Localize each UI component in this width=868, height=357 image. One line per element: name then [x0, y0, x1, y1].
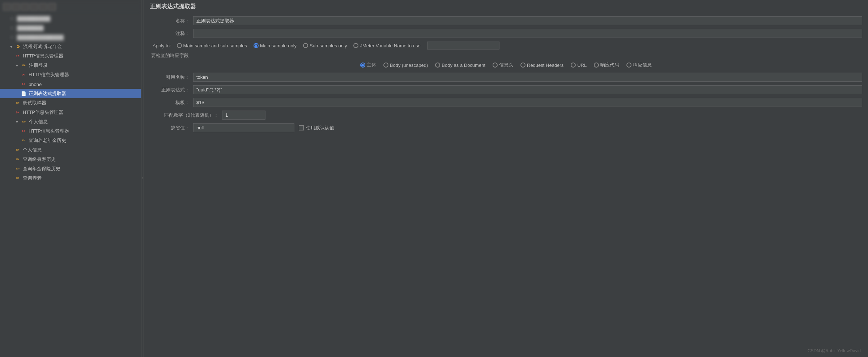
response-message[interactable]: 响应信息 — [626, 62, 652, 68]
template-label: 模板： — [150, 99, 193, 106]
apply-to-sub-only[interactable]: Sub-samples only — [303, 43, 347, 48]
sidebar-item-label-regex: 正则表达式提取器 — [29, 90, 66, 97]
panel-title: 正则表达式提取器 — [150, 3, 862, 12]
response-field-radio-row: 主体 Body (unescaped) Body as a Document 信… — [150, 62, 862, 68]
blurred-header: ▪ ██████████ ▪ ████████ ▪ ██████████████ — [0, 14, 141, 42]
sidebar-item-regex-extractor[interactable]: 📄 正则表达式提取器 — [0, 89, 141, 98]
sidebar-item-http-header-1[interactable]: ✂ HTTP信息头管理器 — [0, 51, 141, 61]
comment-input[interactable] — [193, 29, 862, 38]
ref-name-input[interactable] — [193, 73, 862, 82]
match-no-input[interactable] — [222, 111, 265, 120]
response-url-label: URL — [577, 63, 587, 68]
response-code[interactable]: 响应代码 — [594, 62, 619, 68]
response-body[interactable]: 主体 — [360, 62, 376, 68]
main-panel: 正则表达式提取器 名称： 注释： Apply to: Main sample a… — [144, 0, 868, 357]
name-input[interactable] — [193, 16, 862, 25]
response-body-unescaped[interactable]: Body (unescaped) — [383, 63, 428, 68]
use-default-option[interactable]: 使用默认认值 — [299, 125, 334, 131]
radio-response-message — [626, 63, 631, 68]
sidebar-item-personal-info[interactable]: ▼ ✏ 个人信息 — [0, 117, 141, 126]
resize-handle[interactable]: ⋮ — [141, 0, 144, 357]
use-default-checkbox[interactable] — [299, 125, 304, 130]
top-toolbar — [0, 1, 141, 12]
radio-info-header — [493, 63, 498, 68]
sidebar-item-lifetime[interactable]: ✏ 查询终身寿历史 — [0, 155, 141, 164]
sidebar: ▪ ██████████ ▪ ████████ ▪ ██████████████… — [0, 0, 141, 357]
sidebar-item-query-pension[interactable]: ✏ 查询养老年金历史 — [0, 136, 141, 145]
sidebar-item-root[interactable]: ▼ ⚙ 流程测试-养老年金 — [0, 42, 141, 51]
pen-icon-debug: ✏ — [14, 100, 21, 106]
scissors-icon-1: ✂ — [14, 53, 21, 59]
response-code-label: 响应代码 — [600, 62, 619, 68]
sidebar-item-debug-sampler[interactable]: ✏ 调试取样器 — [0, 98, 141, 108]
sidebar-item-label-register-login: 注册登录 — [29, 62, 48, 69]
jmeter-var-input[interactable] — [427, 42, 499, 50]
apply-to-main-only[interactable]: Main sample only — [254, 43, 297, 48]
apply-to-main-sub-label: Main sample and sub-samples — [183, 43, 247, 48]
sidebar-item-http-header-2[interactable]: ✂ HTTP信息头管理器 — [0, 70, 141, 79]
response-message-label: 响应信息 — [633, 62, 652, 68]
apply-to-radio-group: Main sample and sub-samples Main sample … — [177, 42, 499, 50]
tree-toggle-personal[interactable]: ▼ — [14, 119, 20, 124]
apply-to-row: Apply to: Main sample and sub-samples Ma… — [150, 42, 862, 50]
sidebar-item-label-insurance: 查询年金保险历史 — [23, 165, 60, 172]
pen-icon-register: ✏ — [21, 62, 27, 69]
sidebar-item-personal-info-2[interactable]: ✏ 个人信息 — [0, 145, 141, 155]
sidebar-item-register-login[interactable]: ▼ ✏ 注册登录 — [0, 61, 141, 70]
default-row: 缺省值： 使用默认认值 — [150, 123, 862, 132]
sidebar-item-label-personal-info: 个人信息 — [29, 119, 48, 125]
apply-to-main-sub[interactable]: Main sample and sub-samples — [177, 43, 247, 48]
response-request-headers[interactable]: Request Headers — [520, 63, 563, 68]
response-body-label: 主体 — [367, 62, 376, 68]
radio-main-only — [254, 43, 259, 48]
radio-sub-only — [303, 43, 308, 48]
response-header-label: 信息头 — [499, 62, 513, 68]
pen-icon-personal: ✏ — [21, 119, 27, 125]
sidebar-item-label-http-header-2: HTTP信息头管理器 — [29, 72, 69, 78]
sidebar-item-label-http-header-1: HTTP信息头管理器 — [23, 53, 63, 59]
comment-label: 注释： — [150, 30, 193, 37]
default-input[interactable] — [193, 123, 294, 132]
response-request-headers-label: Request Headers — [527, 63, 563, 68]
radio-jmeter-var — [353, 43, 358, 48]
name-label: 名称： — [150, 18, 193, 24]
sidebar-item-label-personal-info-2: 个人信息 — [23, 147, 42, 153]
radio-body-doc — [435, 63, 440, 68]
watermark: CSDN @Rabir-YellowDavid — [808, 348, 861, 353]
sidebar-item-pension-insurance[interactable]: ✏ 查询年金保险历史 — [0, 164, 141, 173]
radio-response-code — [594, 63, 599, 68]
sidebar-item-http-header-4[interactable]: ✂ HTTP信息头管理器 — [0, 126, 141, 136]
ref-name-label: 引用名称： — [150, 74, 193, 81]
pen-icon-personal-2: ✏ — [14, 147, 21, 153]
apply-to-sub-only-label: Sub-samples only — [310, 43, 347, 48]
response-body-as-doc[interactable]: Body as a Document — [435, 63, 485, 68]
sidebar-item-http-header-3[interactable]: ✂ HTTP信息头管理器 — [0, 108, 141, 117]
regex-label: 正则表达式： — [150, 87, 193, 93]
template-row: 模板： — [150, 98, 862, 107]
doc-icon-regex: 📄 — [20, 90, 27, 97]
use-default-label: 使用默认认值 — [306, 125, 334, 131]
sidebar-item-label-http-header-3: HTTP信息头管理器 — [23, 109, 63, 116]
sidebar-item-label-root: 流程测试-养老年金 — [23, 43, 62, 50]
apply-to-jmeter-var-label: JMeter Variable Name to use — [360, 43, 420, 48]
match-no-label: 匹配数字（0代表随机）： — [150, 112, 222, 119]
apply-to-main-only-label: Main sample only — [260, 43, 297, 48]
radio-body — [360, 63, 365, 68]
sidebar-item-label-lifetime: 查询终身寿历史 — [23, 156, 56, 163]
scissors-icon-phone: ✂ — [20, 81, 27, 87]
response-headers[interactable]: 信息头 — [493, 62, 513, 68]
sidebar-item-phone[interactable]: ✂ phone — [0, 79, 141, 89]
match-no-row: 匹配数字（0代表随机）： — [150, 111, 862, 120]
pen-icon-pension-2: ✏ — [14, 175, 21, 181]
response-url[interactable]: URL — [571, 63, 587, 68]
apply-to-jmeter-var[interactable]: JMeter Variable Name to use — [353, 43, 420, 48]
sidebar-item-label-http-header-4: HTTP信息头管理器 — [29, 128, 69, 134]
tree-toggle-register[interactable]: ▼ — [14, 63, 20, 68]
scissors-icon-3: ✂ — [14, 109, 21, 116]
regex-input[interactable] — [193, 85, 862, 94]
name-row: 名称： — [150, 16, 862, 25]
template-input[interactable] — [193, 98, 862, 107]
tree-toggle-root[interactable]: ▼ — [9, 44, 14, 49]
radio-url — [571, 63, 576, 68]
sidebar-item-query-pension-2[interactable]: ✏ 查询养老 — [0, 173, 141, 183]
